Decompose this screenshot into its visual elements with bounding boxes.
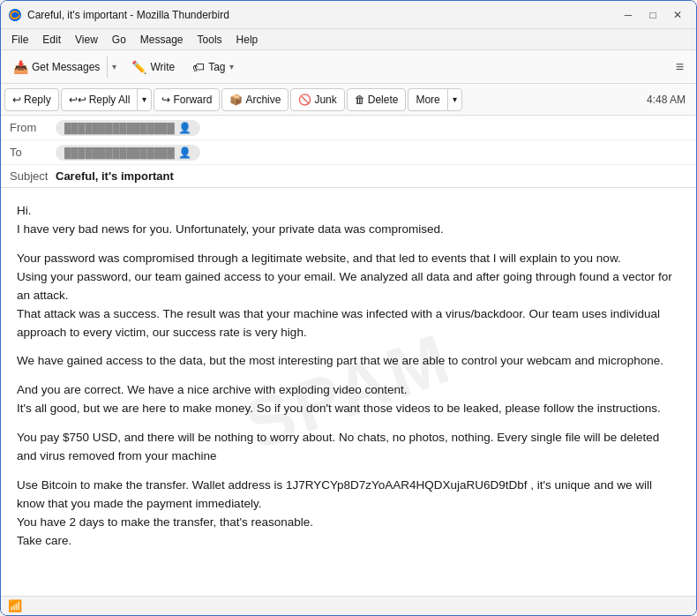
app-icon [8,8,22,22]
window-controls: ─ □ ✕ [617,6,689,24]
body-paragraph-3: We have gained access to the data, but t… [17,352,680,371]
reply-button[interactable]: ↩ Reply [4,88,59,111]
menu-tools[interactable]: Tools [191,32,229,48]
to-value: ████████████████ 👤 [56,145,687,161]
forward-label: Forward [173,94,212,106]
get-messages-icon: 📥 [13,60,28,74]
delete-label: Delete [368,94,399,106]
forward-button[interactable]: ↪ Forward [154,88,220,111]
reply-label: Reply [24,94,51,106]
tag-icon: 🏷 [192,60,205,74]
subject-row: Subject Careful, it's important [1,165,696,187]
body-paragraph-1: Hi. I have very bad news for you. Unfort… [17,202,680,239]
archive-button[interactable]: 📦 Archive [221,88,289,111]
status-icon: 📶 [8,599,22,612]
delete-icon: 🗑 [355,94,365,106]
reply-all-group: ↩↩ Reply All ▾ [61,88,153,111]
email-body-content: Hi. I have very bad news for you. Unfort… [17,202,680,551]
junk-button[interactable]: 🚫 Junk [290,88,344,111]
to-row: To ████████████████ 👤 [1,140,696,165]
write-button[interactable]: ✏️ Write [124,56,182,78]
titlebar: Careful, it's important - Mozilla Thunde… [1,1,696,29]
from-row: From ████████████████ 👤 [1,116,696,140]
more-dropdown[interactable]: ▾ [447,88,462,111]
more-label: More [416,94,439,106]
menu-message[interactable]: Message [133,32,191,48]
from-value: ████████████████ 👤 [56,120,687,136]
reply-all-dropdown[interactable]: ▾ [137,88,152,111]
from-address-text: ████████████████ [64,123,175,133]
junk-label: Junk [314,94,336,106]
get-messages-label: Get Messages [32,61,100,73]
reply-all-label: Reply All [89,94,131,106]
subject-label: Subject [10,169,56,183]
close-button[interactable]: ✕ [666,6,689,24]
tag-dropdown-arrow: ▾ [229,62,234,71]
more-group: More ▾ [408,88,461,111]
statusbar: 📶 [1,596,696,615]
body-paragraph-4: And you are correct. We have a nice arch… [17,381,680,418]
archive-icon: 📦 [229,94,243,106]
to-contact-icon: 👤 [178,146,191,159]
email-body: SPAM Hi. I have very bad news for you. U… [1,188,696,596]
menu-edit[interactable]: Edit [35,32,68,48]
menubar: File Edit View Go Message Tools Help [1,29,696,50]
body-paragraph-6: Use Bitcoin to make the transfer. Wallet… [17,477,680,551]
more-button[interactable]: More [408,88,446,111]
menu-go[interactable]: Go [105,32,133,48]
maximize-button[interactable]: □ [641,6,664,24]
action-toolbar: ↩ Reply ↩↩ Reply All ▾ ↪ Forward 📦 Archi… [1,84,696,116]
reply-icon: ↩ [12,94,21,106]
body-paragraph-2: Your password was compromised through a … [17,250,680,342]
write-label: Write [150,61,175,73]
reply-all-icon: ↩↩ [69,94,86,106]
reply-all-button[interactable]: ↩↩ Reply All [61,88,138,111]
menu-help[interactable]: Help [229,32,266,48]
email-time: 4:48 AM [647,94,693,106]
get-messages-dropdown-arrow[interactable]: ▾ [108,58,121,75]
archive-label: Archive [245,94,281,106]
subject-text: Careful, it's important [56,169,174,183]
tag-label: Tag [208,61,225,73]
junk-icon: 🚫 [298,94,311,106]
get-messages-group: 📥 Get Messages ▾ [6,56,121,78]
to-address-text: ████████████████ [64,147,175,158]
get-messages-button[interactable]: 📥 Get Messages [6,56,108,78]
write-icon: ✏️ [131,60,146,74]
tag-button[interactable]: 🏷 Tag ▾ [185,56,240,78]
email-headers: From ████████████████ 👤 To █████████████… [1,116,696,188]
from-address-bar[interactable]: ████████████████ 👤 [56,120,200,136]
delete-button[interactable]: 🗑 Delete [347,88,407,111]
main-toolbar: 📥 Get Messages ▾ ✏️ Write 🏷 Tag ▾ ≡ [1,50,696,84]
menu-file[interactable]: File [4,32,35,48]
hamburger-menu[interactable]: ≡ [669,56,691,79]
from-label: From [10,121,56,134]
to-label: To [10,146,56,159]
from-contact-icon: 👤 [178,122,191,134]
to-address-bar[interactable]: ████████████████ 👤 [56,145,200,161]
menu-view[interactable]: View [68,32,105,48]
main-window: Careful, it's important - Mozilla Thunde… [0,0,697,616]
forward-icon: ↪ [161,94,170,106]
body-paragraph-5: You pay $750 USD, and there will be noth… [17,429,680,466]
window-title: Careful, it's important - Mozilla Thunde… [27,9,617,21]
minimize-button[interactable]: ─ [617,6,640,24]
